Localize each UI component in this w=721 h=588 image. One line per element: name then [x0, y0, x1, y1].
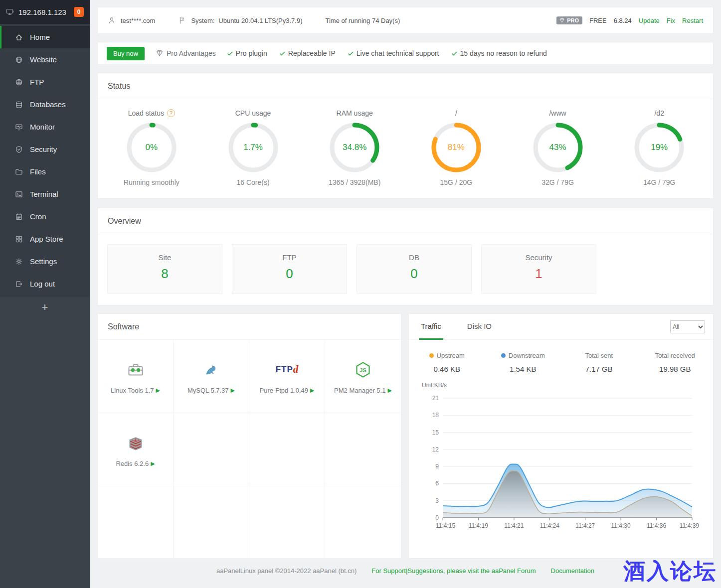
gauge-label: /d2	[608, 109, 710, 117]
stat-value: 7.17 GB	[561, 365, 637, 373]
sidebar-item-website[interactable]: Website	[0, 48, 90, 71]
sidebar-item-monitor[interactable]: Monitor	[0, 116, 90, 138]
overview-card-ftp[interactable]: FTP0	[232, 244, 347, 294]
appstore-icon	[15, 235, 23, 243]
stat-label: Total received	[637, 352, 714, 359]
software-empty-cell	[325, 486, 401, 559]
software-empty-cell	[249, 486, 325, 559]
update-link[interactable]: Update	[639, 17, 660, 24]
software-label: PM2 Manager 5.1▶	[334, 387, 392, 394]
message-count-badge[interactable]: 0	[74, 7, 84, 17]
help-icon[interactable]: ?	[167, 109, 175, 117]
pro-feature-15-days-no-reason-to-refund: 15 days no reason to refund	[451, 49, 547, 57]
traffic-chart: Unit:KB/s21181512963011:4:1511:4:1911:4:…	[409, 375, 713, 536]
gauge-label: /www	[507, 109, 609, 117]
restart-link[interactable]: Restart	[682, 17, 703, 24]
gauge-subtext: 15G / 20G	[405, 178, 507, 186]
software-item-pure-ftpd-1-0-49[interactable]: FTPdPure-Ftpd 1.0.49▶	[249, 340, 325, 413]
sidebar-item-label: Settings	[30, 257, 57, 266]
svg-text:6: 6	[435, 480, 439, 487]
sidebar-item-label: Cron	[30, 212, 46, 221]
traffic-stats: Upstream0.46 KBDownstream1.54 KBTotal se…	[409, 340, 713, 375]
stat-value: 1.54 KB	[485, 365, 561, 373]
uptime-text: Time of running 74 Day(s)	[325, 17, 400, 24]
sidebar-item-security[interactable]: Security	[0, 138, 90, 160]
svg-text:11:4:36: 11:4:36	[647, 522, 666, 529]
sidebar-item-app-store[interactable]: App Store	[0, 228, 90, 250]
gauge-ring: 81%	[430, 122, 482, 173]
gauge-value: 0%	[126, 122, 178, 173]
sidebar-item-cron[interactable]: Cron	[0, 205, 90, 228]
sidebar-item-ftp[interactable]: FTP	[0, 71, 90, 93]
sidebar-item-terminal[interactable]: Terminal	[0, 183, 90, 205]
software-grid: Linux Tools 1.7▶MySQL 5.7.37▶FTPdPure-Ft…	[98, 340, 401, 559]
sidebar-add-button[interactable]: +	[0, 297, 90, 318]
software-item-linux-tools-1-7[interactable]: Linux Tools 1.7▶	[98, 340, 174, 413]
pro-badge[interactable]: PRO	[556, 16, 582, 24]
legend-dot-icon	[429, 353, 434, 358]
sidebar-item-label: Monitor	[30, 123, 55, 131]
sidebar-item-databases[interactable]: Databases	[0, 93, 90, 116]
pro-feature-pro-plugin: Pro plugin	[227, 49, 267, 57]
monitor-icon	[15, 123, 23, 131]
tab-traffic[interactable]: Traffic	[419, 314, 443, 340]
server-ip-header[interactable]: 192.168.1.123 0	[0, 0, 90, 24]
pureftpd-icon: FTPd	[276, 359, 299, 381]
fix-link[interactable]: Fix	[667, 17, 675, 24]
software-empty-cell	[174, 413, 249, 486]
server-monitor-icon	[6, 8, 14, 16]
pro-advantages[interactable]: Pro Advantages	[156, 49, 216, 57]
sidebar-item-files[interactable]: Files	[0, 160, 90, 183]
stat-label: Downstream	[485, 352, 561, 359]
sidebar-item-label: App Store	[30, 235, 63, 243]
overview-card-db[interactable]: DB0	[357, 244, 472, 294]
check-icon	[227, 50, 233, 57]
cron-icon	[15, 213, 23, 221]
mysql-icon	[201, 359, 221, 381]
software-empty-cell	[249, 413, 325, 486]
check-icon	[279, 50, 286, 57]
version-number: 6.8.24	[614, 17, 632, 24]
sidebar-item-label: Security	[30, 145, 57, 153]
overview-cards: Site8FTP0DB0Security1	[98, 234, 713, 305]
software-item-pm2-manager-5-1[interactable]: JSPM2 Manager 5.1▶	[325, 340, 401, 413]
stat-label: Upstream	[409, 352, 485, 359]
sidebar-item-log-out[interactable]: Log out	[0, 273, 90, 295]
status-gauges: Load status?0%Running smoothlyCPU usage1…	[98, 99, 713, 198]
svg-text:21: 21	[432, 395, 439, 402]
software-label: Redis 6.2.6▶	[116, 460, 155, 467]
svg-text:11:4:21: 11:4:21	[504, 522, 524, 529]
svg-text:11:4:30: 11:4:30	[611, 522, 631, 529]
sidebar-item-settings[interactable]: Settings	[0, 250, 90, 273]
server-ip: 192.168.1.123	[18, 8, 66, 16]
card-label: Site	[108, 253, 222, 262]
buy-now-button[interactable]: Buy now	[107, 47, 145, 60]
software-item-redis-6-2-6[interactable]: Redis 6.2.6▶	[98, 413, 174, 486]
svg-text:0: 0	[435, 514, 439, 521]
software-item-mysql-5-7-37[interactable]: MySQL 5.7.37▶	[174, 340, 249, 413]
logged-in-user[interactable]: test****.com	[121, 17, 155, 24]
stat-value: 0.46 KB	[409, 365, 485, 373]
sidebar-item-home[interactable]: Home	[0, 26, 90, 48]
gauge-label: CPU usage	[202, 109, 304, 117]
traffic-panel: Traffic Disk IO All Upstream0.46 KBDowns…	[408, 313, 714, 559]
gauge-ring: 34.8%	[329, 122, 380, 173]
check-icon	[348, 50, 354, 57]
stat-total-sent: Total sent7.17 GB	[561, 352, 637, 373]
overview-card-site[interactable]: Site8	[107, 244, 222, 294]
forum-link[interactable]: For Support|Suggestions, please visit th…	[371, 567, 536, 575]
overview-card-security[interactable]: Security1	[481, 244, 596, 294]
documentation-link[interactable]: Documentation	[551, 567, 594, 575]
pro-feature-replaceable-ip: Replaceable IP	[279, 49, 336, 57]
diamond-icon	[156, 49, 164, 57]
software-empty-cell	[174, 486, 249, 559]
card-value: 0	[232, 266, 347, 282]
website-icon	[15, 56, 23, 64]
stat-value: 19.98 GB	[637, 365, 714, 373]
sidebar-item-label: Website	[30, 55, 57, 64]
traffic-filter-select[interactable]: All	[670, 320, 705, 333]
settings-icon	[15, 258, 23, 266]
sidebar-item-label: FTP	[30, 78, 44, 86]
tab-disk-io[interactable]: Disk IO	[465, 314, 494, 340]
gauge-ring: 0%	[126, 122, 178, 173]
